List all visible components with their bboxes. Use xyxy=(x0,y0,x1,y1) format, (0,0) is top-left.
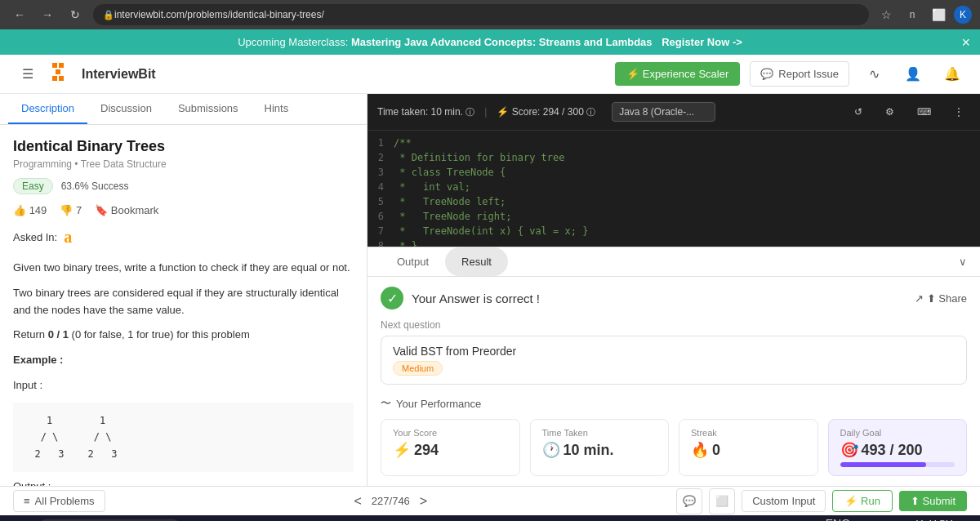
settings-icon: ⚙ xyxy=(885,106,894,118)
experience-scaler-button[interactable]: ⚡ Experience Scaler xyxy=(615,62,740,86)
next-question-card[interactable]: Valid BST from Preorder Medium xyxy=(381,336,967,385)
tab-discussion[interactable]: Discussion xyxy=(87,94,165,124)
submit-button[interactable]: ⬆ Submit xyxy=(899,491,967,511)
performance-section: 〜 Your Performance Your Score ⚡ 294 T xyxy=(381,396,967,476)
language-selector[interactable]: Java 8 (Oracle-... Python 3 C++ xyxy=(605,99,722,125)
result-panel: Output Result ∨ ✓ Your Answer is correct… xyxy=(368,247,980,486)
result-tab[interactable]: Result xyxy=(445,247,508,276)
taskbar-app-teams[interactable]: 👥 xyxy=(270,517,296,521)
code-line-2: 2 * Definition for binary tree xyxy=(368,152,980,167)
pagination-count: 227/746 xyxy=(372,495,410,507)
score-info-icon: ⓘ xyxy=(586,107,595,117)
performance-icon: 〜 xyxy=(381,396,391,411)
problem-tags: Programming • Tree Data Structure xyxy=(13,158,354,170)
problem-title: Identical Binary Trees xyxy=(13,138,354,155)
code-toolbar: Time taken: 10 min. ⓘ | ⚡ Score: 294 / 3… xyxy=(368,94,980,131)
taskbar-app-store[interactable] xyxy=(186,517,212,521)
example-tree: 1 1 / \ / \ 2 3 2 3 xyxy=(13,403,354,472)
code-line-1: 1 /** xyxy=(368,137,980,152)
pagination: < 227/746 > xyxy=(351,494,431,509)
reset-button[interactable]: ↺ xyxy=(848,103,869,121)
list-icon: ≡ xyxy=(24,495,30,507)
language-select[interactable]: Java 8 (Oracle-... Python 3 C++ xyxy=(612,102,715,122)
taskbar-app-chat[interactable]: 💬 xyxy=(436,517,462,521)
taskbar-app-discord[interactable]: 💬 xyxy=(408,517,434,521)
share-button[interactable]: ↗ ⬆ Share xyxy=(915,292,967,305)
tab-description[interactable]: Description xyxy=(8,94,87,124)
menu-icon[interactable]: ☰ xyxy=(13,60,42,89)
next-page-button[interactable]: > xyxy=(416,494,430,509)
right-panel: Time taken: 10 min. ⓘ | ⚡ Score: 294 / 3… xyxy=(368,94,980,486)
window-icon[interactable]: ⬜ xyxy=(928,4,949,25)
more-icon: ⋮ xyxy=(954,106,964,118)
taskbar-app-files[interactable]: 📁 xyxy=(242,517,268,521)
system-tray: ENGIN 📶 🔊 🔋 xyxy=(826,517,906,521)
feedback-icon[interactable]: 💬 xyxy=(676,488,702,514)
star-icon[interactable]: ☆ xyxy=(875,4,897,25)
run-button[interactable]: ⚡ Run xyxy=(832,490,892,512)
address-bar[interactable]: 🔒 interviewbit.com/problems/identical-bi… xyxy=(93,4,869,25)
all-problems-button[interactable]: ≡ All Problems xyxy=(13,490,105,512)
banner-close-button[interactable]: × xyxy=(961,33,970,51)
taskbar-app-chrome[interactable]: ⚪ xyxy=(353,517,379,521)
asked-in: Asked In: a xyxy=(13,228,354,247)
badges: Easy 63.6% Success xyxy=(13,178,354,194)
svg-rect-1 xyxy=(59,63,64,68)
expand-icon[interactable]: ⬜ xyxy=(709,488,735,514)
profile-icon[interactable]: K xyxy=(954,6,972,24)
activity-icon[interactable]: ∿ xyxy=(859,60,889,89)
taskbar-app-firefox[interactable]: 🦊 xyxy=(381,517,407,521)
code-editor[interactable]: 1 /** 2 * Definition for binary tree 3 *… xyxy=(368,131,980,247)
prev-page-button[interactable]: < xyxy=(351,494,365,509)
svg-rect-0 xyxy=(52,63,57,68)
clock[interactable]: 11:44 PM 1/29/2024 xyxy=(913,518,953,521)
success-rate: 63.6% Success xyxy=(61,180,129,192)
code-line-7: 7 * TreeNode(int x) { val = x; } xyxy=(368,225,980,240)
logo-icon xyxy=(52,63,75,86)
output-tab[interactable]: Output xyxy=(381,247,445,276)
code-line-4: 4 * int val; xyxy=(368,181,980,196)
tab-submissions[interactable]: Submissions xyxy=(165,94,252,124)
taskbar-app-folder[interactable]: 📂 xyxy=(297,517,323,521)
svg-rect-2 xyxy=(56,69,60,74)
info-icon: ⓘ xyxy=(466,107,474,117)
custom-input-button[interactable]: Custom Input xyxy=(742,490,826,512)
svg-rect-3 xyxy=(52,76,57,81)
output-label: Output : xyxy=(13,479,354,486)
upvote-section[interactable]: 👍 149 xyxy=(13,204,47,216)
register-link[interactable]: Register Now -> xyxy=(662,36,742,48)
tab-hints[interactable]: Hints xyxy=(252,94,302,124)
user-icon[interactable]: 👤 xyxy=(898,60,928,89)
downvote-section[interactable]: 👎 7 xyxy=(60,204,82,216)
extensions-icon[interactable]: n xyxy=(902,4,923,25)
start-button[interactable] xyxy=(7,517,33,521)
check-circle-icon: ✓ xyxy=(381,287,403,309)
result-tabs: Output Result ∨ xyxy=(368,247,980,277)
chevron-down-icon[interactable]: ∨ xyxy=(959,256,967,268)
back-button[interactable]: ← xyxy=(8,3,31,26)
notification-icon[interactable]: 🔔 xyxy=(938,60,967,89)
shortcuts-button[interactable]: ⌨ xyxy=(911,103,938,121)
bookmark-section[interactable]: 🔖 Bookmark xyxy=(95,204,158,216)
code-line-5: 5 * TreeNode left; xyxy=(368,196,980,211)
more-button[interactable]: ⋮ xyxy=(947,103,970,121)
daily-progress-bar xyxy=(840,462,956,467)
next-question-section: Next question Valid BST from Preorder Me… xyxy=(381,319,967,385)
refresh-button[interactable]: ↻ xyxy=(64,3,87,26)
taskbar: 🔍 Search 🌐 📁 👥 📂 🌊 ⚪ 🦊 💬 💬 🌥 13°C Clear xyxy=(0,515,980,521)
bottom-actions: 💬 ⬜ Custom Input ⚡ Run ⬆ Submit xyxy=(676,488,967,514)
code-line-3: 3 * class TreeNode { xyxy=(368,167,980,181)
time-card: Time Taken 🕐 10 min. xyxy=(530,419,670,476)
example-label: Example : xyxy=(13,352,354,369)
browser-nav: ← → ↻ xyxy=(8,3,87,26)
report-issue-button[interactable]: 💬 Report Issue xyxy=(750,61,849,87)
description-para-2: Two binary trees are considered equal if… xyxy=(13,285,354,319)
taskbar-app-browser[interactable]: 🌐 xyxy=(214,517,240,521)
keyboard-icon: ENGIN xyxy=(826,517,850,521)
taskbar-app-edge[interactable]: 🌊 xyxy=(325,517,351,521)
difficulty-badge: Easy xyxy=(13,178,53,194)
settings-button[interactable]: ⚙ xyxy=(879,103,901,121)
daily-progress-fill xyxy=(840,462,926,467)
time-label: Time Taken xyxy=(542,428,657,438)
forward-button[interactable]: → xyxy=(36,3,59,26)
